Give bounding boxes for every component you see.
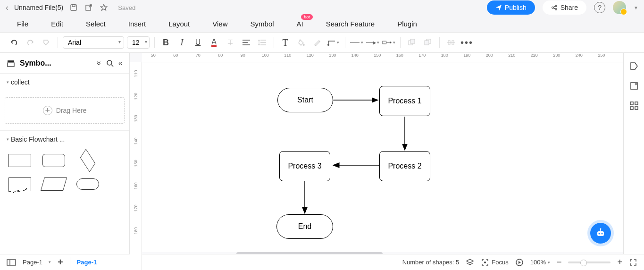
zoom-slider[interactable] [568, 262, 611, 263]
shape-start[interactable]: Start [277, 88, 333, 112]
text-tool-button[interactable]: T [279, 36, 292, 49]
italic-button[interactable]: I [176, 36, 189, 49]
shape-process-1[interactable]: Process 1 [379, 86, 430, 116]
more-tools-button[interactable]: ••• [460, 36, 474, 49]
underline-button[interactable]: U [192, 36, 205, 49]
svg-rect-45 [7, 260, 16, 265]
svg-rect-22 [8, 60, 14, 62]
presentation-button[interactable] [515, 258, 524, 267]
svg-point-5 [555, 8, 557, 10]
hot-badge: hot [301, 14, 313, 20]
svg-rect-33 [635, 102, 638, 105]
menu-edit[interactable]: Edit [40, 17, 75, 31]
sidebar-title: Symbo... [20, 59, 92, 68]
collapse-icon[interactable]: « [118, 59, 123, 68]
settings-icon[interactable] [628, 80, 640, 92]
zoom-out-button[interactable]: − [557, 257, 562, 267]
svg-rect-32 [630, 102, 633, 105]
save-icon[interactable] [69, 3, 78, 12]
connector-button[interactable]: ▾ [327, 36, 340, 49]
bottom-bar: Page-1 + Page-1 Number of shapes: 5 Focu… [0, 254, 644, 270]
menu-symbol[interactable]: Symbol [239, 17, 285, 31]
menu-select[interactable]: Select [75, 17, 117, 31]
user-avatar[interactable] [613, 1, 626, 14]
svg-rect-18 [425, 41, 429, 45]
sidebar-left: Symbo... » « collect + Drag Here Basic F… [0, 53, 130, 270]
section-basic-flowchart[interactable]: Basic Flowchart ... [7, 135, 123, 143]
strikethrough-button[interactable]: T̶ [224, 36, 237, 49]
shape-rounded-rectangle[interactable] [41, 152, 67, 169]
shape-rectangle[interactable] [7, 152, 33, 169]
search-icon[interactable] [106, 59, 114, 67]
ruler-vertical[interactable]: 110120130140150160170180 [130, 62, 142, 270]
zoom-level[interactable]: 100%▾ [530, 259, 550, 266]
shape-parallelogram[interactable] [41, 176, 67, 192]
line-style-button[interactable]: ▾ [350, 36, 363, 49]
export-icon[interactable] [84, 3, 93, 12]
bring-front-button[interactable] [405, 36, 418, 49]
svg-line-25 [111, 65, 113, 67]
menu-insert[interactable]: Insert [117, 17, 158, 31]
menu-plugin[interactable]: Plugin [386, 17, 428, 31]
undo-button[interactable] [8, 36, 21, 49]
add-page-button[interactable]: + [58, 257, 63, 268]
shape-process-3[interactable]: Process 3 [279, 151, 330, 181]
shape-end[interactable]: End [276, 214, 333, 239]
send-back-button[interactable] [421, 36, 435, 49]
library-icon[interactable] [7, 59, 15, 68]
shape-process-2[interactable]: Process 2 [379, 151, 430, 181]
svg-point-24 [107, 60, 112, 65]
grid-icon[interactable] [628, 100, 640, 111]
file-name[interactable]: Unnamed File(5) [14, 4, 63, 11]
line-spacing-button[interactable] [256, 36, 269, 49]
section-collect[interactable]: collect [7, 78, 123, 86]
menu-layout[interactable]: Layout [157, 17, 201, 31]
publish-button[interactable]: Publish [487, 0, 535, 15]
menu-view[interactable]: View [201, 17, 239, 31]
canvas[interactable]: Start Process 1 Process 2 Process 3 End [142, 62, 623, 252]
star-icon[interactable] [99, 3, 109, 12]
theme-icon[interactable] [628, 60, 640, 72]
page-panel-icon[interactable] [7, 259, 16, 266]
expand-icon[interactable]: » [95, 61, 104, 65]
format-painter-button[interactable] [40, 36, 53, 49]
svg-rect-23 [8, 63, 14, 67]
highlight-button[interactable] [311, 36, 324, 49]
focus-button[interactable]: Focus [481, 258, 508, 267]
saved-status: Saved [118, 4, 135, 11]
avatar-dropdown-icon[interactable]: ▼ [634, 5, 638, 10]
share-icon [551, 4, 558, 11]
page-tab-1[interactable]: Page-1 [77, 259, 97, 266]
toolbar: Arial 12 B I U A T̶ T ▾ ▾ ▾ ▾ ••• [0, 32, 644, 53]
svg-point-44 [600, 228, 602, 230]
layers-button[interactable] [466, 258, 474, 267]
align-button[interactable] [240, 36, 253, 49]
shape-pill[interactable] [75, 176, 101, 192]
menu-ai[interactable]: AI hot [285, 17, 315, 31]
shape-document[interactable] [7, 176, 33, 192]
assistant-button[interactable] [590, 223, 611, 244]
arrow-style-button[interactable]: ▾ [366, 36, 379, 49]
svg-rect-1 [72, 5, 75, 7]
svg-rect-40 [597, 231, 604, 236]
fullscreen-button[interactable] [629, 258, 637, 267]
endpoint-button[interactable]: ▾ [382, 36, 395, 49]
zoom-in-button[interactable]: + [617, 257, 622, 267]
font-color-button[interactable]: A [208, 36, 221, 49]
page-select[interactable]: Page-1 [23, 259, 51, 266]
ruler-horizontal[interactable]: 5060708090100110120130140150160170180190… [142, 53, 623, 62]
fill-color-button[interactable] [295, 36, 308, 49]
help-button[interactable]: ? [594, 2, 605, 13]
redo-button[interactable] [24, 36, 37, 49]
share-button[interactable]: Share [543, 0, 586, 15]
font-family-select[interactable]: Arial [63, 36, 124, 49]
drag-here-box[interactable]: + Drag Here [5, 97, 125, 124]
menu-search-feature[interactable]: Search Feature [315, 17, 386, 31]
back-icon[interactable]: ‹ [6, 3, 8, 13]
distribute-button[interactable] [444, 36, 458, 49]
font-size-select[interactable]: 12 [127, 36, 150, 49]
plus-icon: + [43, 106, 52, 115]
bold-button[interactable]: B [159, 36, 173, 49]
menu-file[interactable]: File [6, 17, 40, 31]
shape-diamond[interactable] [75, 152, 101, 169]
